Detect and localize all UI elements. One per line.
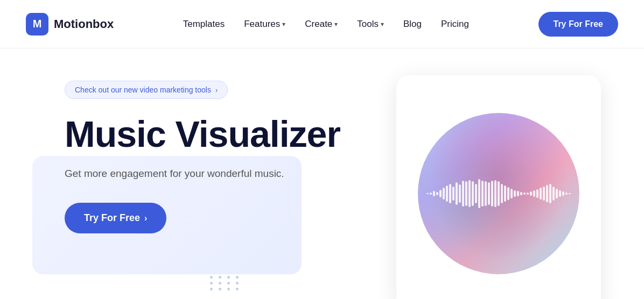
nav-cta-button[interactable]: Try For Free (538, 12, 618, 37)
hero-cta-button[interactable]: Try For Free › (65, 203, 166, 233)
wave-bar (523, 193, 526, 195)
wave-bar (433, 191, 435, 196)
dot (219, 276, 221, 279)
dot (210, 288, 213, 290)
dot (219, 282, 221, 284)
nav-links: Templates Features ▾ Create ▾ Tools ▾ Bl… (183, 19, 469, 30)
dot (227, 276, 230, 279)
wave-bar (530, 191, 532, 196)
navbar: M Motionbox Templates Features ▾ Create … (0, 0, 644, 48)
wave-bar (462, 181, 464, 207)
wave-bar (536, 189, 538, 198)
wave-bar (468, 180, 471, 207)
logo[interactable]: M Motionbox (26, 13, 114, 35)
hero-subtitle: Get more engagement for your wonderful m… (65, 166, 377, 182)
wave-bar (546, 185, 548, 202)
wave-bar (517, 191, 519, 196)
chevron-down-icon: ▾ (334, 20, 338, 28)
hero-title: Music Visualizer (65, 114, 377, 154)
wave-bar (481, 181, 484, 207)
dot (210, 282, 213, 284)
wave-bar (533, 190, 535, 197)
chevron-down-icon: ▾ (381, 20, 384, 28)
hero-section: Check out our new video marketing tools … (0, 48, 644, 299)
dot (227, 288, 230, 290)
chevron-down-icon: ▾ (282, 20, 285, 28)
wave-bar (556, 189, 558, 198)
wave-bar (552, 187, 555, 201)
brand-name: Motionbox (54, 17, 114, 31)
hero-badge[interactable]: Check out our new video marketing tools … (65, 81, 228, 99)
wave-bar (494, 180, 496, 207)
nav-item-templates[interactable]: Templates (183, 19, 225, 30)
logo-icon: M (26, 13, 48, 35)
wave-bar (443, 188, 445, 200)
wave-bar (543, 187, 545, 201)
dots-pattern (210, 276, 241, 290)
wave-bar (562, 191, 564, 196)
wave-bar (472, 181, 474, 206)
dot (210, 276, 213, 279)
nav-item-create[interactable]: Create ▾ (305, 19, 338, 30)
wave-bar (491, 181, 493, 207)
dot (227, 282, 230, 284)
wave-bar (559, 190, 561, 197)
wave-bar (426, 193, 429, 194)
visualizer-circle (418, 113, 579, 274)
wave-bar (475, 184, 477, 203)
wave-bar (504, 186, 506, 202)
nav-item-tools[interactable]: Tools ▾ (357, 19, 384, 30)
wave-bar (439, 190, 442, 197)
wave-bar (549, 184, 551, 203)
wave-bar (488, 182, 490, 205)
hero-left: Check out our new video marketing tools … (65, 70, 377, 233)
wave-bar (520, 192, 522, 195)
wave-bar (514, 190, 516, 197)
badge-chevron-icon: › (215, 86, 218, 94)
wave-bar (501, 184, 503, 203)
wave-bar (456, 182, 458, 205)
wave-bar (478, 179, 480, 208)
wave-bar (446, 186, 448, 202)
nav-item-pricing[interactable]: Pricing (441, 19, 469, 30)
dot (236, 276, 239, 279)
dot (236, 288, 239, 290)
dot (236, 282, 239, 284)
wave-bar (449, 184, 451, 203)
wave-bar (465, 181, 467, 206)
wave-bar (527, 193, 529, 195)
wave-bar (510, 189, 513, 198)
waveform (418, 177, 579, 210)
nav-item-features[interactable]: Features ▾ (244, 19, 285, 30)
wave-bar (507, 187, 509, 200)
wave-bar (436, 192, 438, 195)
dot (219, 288, 221, 290)
wave-bar (452, 187, 454, 201)
wave-bar (565, 193, 568, 195)
wave-bar (498, 181, 500, 206)
nav-item-blog[interactable]: Blog (403, 19, 422, 30)
wave-bar (540, 188, 542, 200)
wave-bar (485, 181, 487, 206)
wave-bar (459, 184, 461, 203)
hero-visualizer-card (396, 75, 601, 299)
wave-bar (569, 193, 571, 194)
wave-bar (430, 193, 432, 195)
cta-chevron-icon: › (144, 213, 147, 223)
